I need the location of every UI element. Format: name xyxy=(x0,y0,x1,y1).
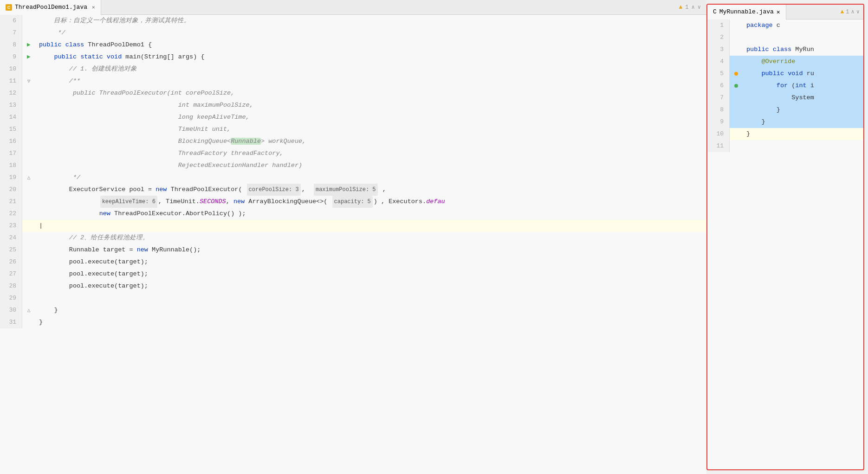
fold-button[interactable]: △ xyxy=(27,172,31,184)
line-content[interactable]: */ xyxy=(35,27,706,39)
nav-up[interactable]: ∧ xyxy=(692,4,695,11)
table-row: 2 xyxy=(707,32,863,44)
code-text xyxy=(746,80,777,92)
run-button[interactable]: ▶ xyxy=(27,39,31,51)
line-content[interactable]: pool.execute(target); xyxy=(35,280,706,292)
table-row: 9 } xyxy=(707,116,863,128)
line-gutter xyxy=(22,244,35,256)
code-text: ThreadPoolExecutor( xyxy=(171,184,246,196)
line-content[interactable]: } xyxy=(743,104,863,116)
line-gutter xyxy=(22,135,35,147)
line-content[interactable]: Runnable target = new MyRunnable(); xyxy=(35,244,706,256)
line-content[interactable]: pool.execute(target); xyxy=(35,256,706,268)
code-text: */ xyxy=(39,27,65,39)
fold-button[interactable]: △ xyxy=(27,304,31,316)
line-gutter xyxy=(730,104,743,116)
code-keyword: int xyxy=(795,80,810,92)
code-text: , xyxy=(226,196,233,208)
line-content[interactable]: @Override xyxy=(743,56,863,68)
line-content[interactable]: ExecutorService pool = new ThreadPoolExe… xyxy=(35,184,706,196)
line-content[interactable]: 目标：自定义一个线程池对象，并测试其特性。 xyxy=(35,15,706,27)
line-content[interactable] xyxy=(743,140,863,152)
breakpoint-dot[interactable] xyxy=(734,72,738,76)
right-tab[interactable]: C MyRunnable.java ✕ xyxy=(707,5,786,19)
code-text: } xyxy=(39,316,43,328)
code-text: /** xyxy=(39,75,80,87)
main-tab-bar: C ThreadPoolDemo1.java ✕ ▲ 1 ∧ ∨ xyxy=(0,0,706,15)
line-content[interactable]: keepAliveTime: 6, TimeUnit.SECONDS, new … xyxy=(35,196,706,208)
line-content[interactable]: package c xyxy=(743,19,863,32)
line-number: 17 xyxy=(0,147,22,160)
table-row: 26 pool.execute(target); xyxy=(0,256,706,268)
right-tab-label: MyRunnable.java xyxy=(719,8,774,15)
line-content[interactable]: TimeUnit unit, xyxy=(35,123,706,135)
code-text: pool.execute(target); xyxy=(39,268,148,280)
table-row: 30 △ } xyxy=(0,304,706,316)
line-content[interactable]: } xyxy=(743,116,863,128)
main-tab-label: ThreadPoolDemo1.java xyxy=(15,4,87,11)
code-text: */ xyxy=(39,172,80,184)
main-tab-close[interactable]: ✕ xyxy=(92,4,95,10)
line-number: 26 xyxy=(0,256,22,268)
line-number: 1 xyxy=(707,19,730,32)
line-content[interactable]: pool.execute(target); xyxy=(35,268,706,280)
line-content[interactable] xyxy=(743,32,863,44)
code-keyword: public xyxy=(746,44,773,56)
line-content[interactable]: } xyxy=(35,316,706,328)
line-gutter xyxy=(22,63,35,75)
table-row: 16 BlockingQueue<Runnable> workQueue, xyxy=(0,135,706,147)
table-row: 20 ExecutorService pool = new ThreadPool… xyxy=(0,184,706,196)
line-number: 25 xyxy=(0,244,22,256)
table-row: 11 xyxy=(707,140,863,152)
breakpoint-dot[interactable] xyxy=(734,84,738,88)
line-content[interactable] xyxy=(35,292,706,304)
line-content[interactable]: | xyxy=(35,220,706,232)
right-nav-up[interactable]: ∧ xyxy=(851,8,855,15)
line-content[interactable]: RejectedExecutionHandler handler) xyxy=(35,160,706,172)
line-gutter: ▶ xyxy=(22,39,35,51)
line-content[interactable]: /** xyxy=(35,75,706,87)
code-text: ru xyxy=(807,68,814,80)
line-gutter xyxy=(22,196,35,208)
table-row: 23 | xyxy=(0,220,706,232)
code-text: , xyxy=(302,184,313,196)
main-tab-header-right: ▲ 1 ∧ ∨ xyxy=(679,4,706,11)
code-text: System xyxy=(746,92,814,104)
line-content[interactable]: // 2、给任务线程池处理。 xyxy=(35,232,706,244)
line-gutter: △ xyxy=(22,172,35,184)
line-content[interactable]: for (int i xyxy=(743,80,863,92)
code-text: } xyxy=(746,116,765,128)
right-tab-close[interactable]: ✕ xyxy=(777,8,780,16)
table-row: 4 @Override xyxy=(707,56,863,68)
line-content[interactable]: BlockingQueue<Runnable> workQueue, xyxy=(35,135,706,147)
code-text: pool.execute(target); xyxy=(39,280,148,292)
line-gutter: ▶ xyxy=(22,51,35,63)
right-warning-icon: ▲ xyxy=(841,8,844,15)
run-button[interactable]: ▶ xyxy=(27,51,31,63)
line-content[interactable]: // 1. 创建线程池对象 xyxy=(35,63,706,75)
line-content[interactable]: ThreadFactory threadFactory, xyxy=(35,147,706,160)
line-content[interactable]: public void ru xyxy=(743,68,863,80)
line-content[interactable]: int maximumPoolSize, xyxy=(35,99,706,111)
param-hint: maximumPoolSize: 5 xyxy=(314,184,378,196)
right-nav-down[interactable]: ∨ xyxy=(856,8,860,15)
line-content[interactable]: */ xyxy=(35,172,706,184)
line-number: 10 xyxy=(707,128,730,140)
nav-down[interactable]: ∨ xyxy=(698,4,701,11)
line-content[interactable]: long keepAliveTime, xyxy=(35,111,706,123)
fold-button[interactable]: ▽ xyxy=(27,75,31,87)
line-content[interactable]: public ThreadPoolExecutor(int corePoolSi… xyxy=(35,87,706,99)
line-content[interactable]: System xyxy=(743,92,863,104)
line-content[interactable]: public static void main(String[] args) { xyxy=(35,51,706,63)
line-content[interactable]: } xyxy=(35,304,706,316)
right-tab-header: ▲ 1 ∧ ∨ xyxy=(841,8,863,15)
line-content[interactable]: } xyxy=(743,128,863,140)
code-cursor: | xyxy=(39,220,43,232)
line-number: 5 xyxy=(707,68,730,80)
main-tab[interactable]: C ThreadPoolDemo1.java ✕ xyxy=(0,0,101,15)
line-number: 18 xyxy=(0,160,22,172)
line-content[interactable]: public class ThreadPoolDemo1 { xyxy=(35,39,706,51)
right-panel: C MyRunnable.java ✕ ▲ 1 ∧ ∨ 1 package c … xyxy=(706,4,864,470)
line-content[interactable]: new ThreadPoolExecutor.AbortPolicy() ); xyxy=(35,208,706,220)
line-content[interactable]: public class MyRun xyxy=(743,44,863,56)
